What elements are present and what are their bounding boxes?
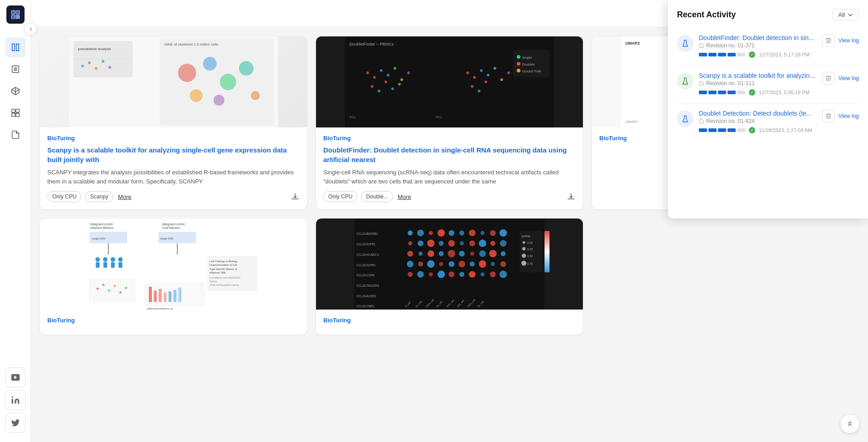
svg-text:single-GSE: single-GSE [160,237,174,240]
svg-point-115 [108,290,110,292]
svg-point-152 [469,230,476,237]
trash-icon-3 [825,113,832,119]
svg-rect-134 [178,288,181,302]
recent-item-2-delete[interactable] [822,72,835,85]
recent-item-1-title[interactable]: DoubletFinder: Doublet detection in sin.… [699,34,817,41]
svg-point-27 [190,89,203,102]
svg-point-56 [485,81,487,83]
recent-item-2-actions: View log [822,72,859,85]
card-1-tag-cpu[interactable]: Only CPU [47,191,81,202]
progress-bars-2 [699,91,745,94]
svg-point-170 [448,250,455,257]
card-5-image: CCL19-BDKRB1 CCL19-5STR1 CCL19-HCAR2-3 C… [316,218,583,310]
svg-point-48 [473,76,476,79]
card-1-tag-scanpy[interactable]: Scanpy [85,191,113,202]
svg-point-51 [494,67,497,70]
bar-3 [718,53,726,56]
recent-activity-filter[interactable]: All [833,9,859,20]
svg-text:UMAP2: UMAP2 [626,41,640,46]
card-1: pseudotime analysis tSNE of clustered 1.… [40,36,307,209]
app-logo[interactable] [6,5,25,24]
svg-point-159 [439,241,444,246]
progress-check-3: ✓ [749,127,755,133]
bar-1-3 [699,128,707,132]
sidebar-item-cube[interactable] [5,81,25,101]
svg-rect-22 [160,39,274,125]
recent-item-3-content: Doublet Detection: Detect doublets (te..… [699,110,817,134]
sidebar-item-book[interactable] [5,37,25,57]
card-1-more[interactable]: More [118,193,131,200]
sidebar-item-doc[interactable] [5,125,25,145]
card-2-tag-cpu[interactable]: Only CPU [323,191,357,202]
svg-point-155 [500,229,507,237]
file-icon [699,43,704,48]
progress-bars-1 [699,53,745,56]
svg-point-116 [114,285,116,287]
recent-item-1-revision: Revision no. 01-371 [699,42,817,49]
sidebar [0,0,31,442]
svg-text:0.25: 0.25 [527,248,533,251]
bar-1 [699,53,707,56]
recent-item-3-viewlog[interactable]: View log [838,113,859,119]
sidebar-item-list[interactable] [5,59,25,79]
svg-point-43 [378,90,381,92]
recent-item-3-date: 11/28/2023, 1:27:04 AM [759,127,812,133]
svg-point-195 [500,271,507,278]
svg-rect-109 [111,262,115,268]
sidebar-toggle[interactable] [24,23,37,36]
card-2-desc: Single-cell RNA sequencing (scRNA-seq) d… [323,168,576,186]
svg-text:Doublets: Doublets [522,63,535,66]
svg-point-19 [95,67,98,70]
svg-point-25 [203,57,217,71]
svg-rect-111 [119,262,122,268]
recent-item-3-actions: View log [822,110,859,122]
svg-text:Type Specific Marker of: Type Specific Marker of [210,268,237,270]
svg-point-183 [479,260,486,268]
card-2-download[interactable] [567,192,576,201]
recent-item-3-title[interactable]: Doublet Detection: Detect doublets (te..… [699,110,817,117]
svg-text:tSNE of clustered 1.3 million : tSNE of clustered 1.3 million cells [165,42,219,46]
svg-rect-112 [90,279,135,302]
svg-point-193 [481,272,485,276]
recent-item-2-title[interactable]: Scanpy is a scalable toolkit for analyzi… [699,72,817,79]
svg-point-171 [459,251,465,257]
svg-text:-Bulk RNAseq/Microarray: -Bulk RNAseq/Microarray [210,284,240,286]
svg-text:CCL19-CCR6: CCL19-CCR6 [356,274,375,277]
recent-item-1-delete[interactable] [822,34,835,47]
svg-point-118 [125,287,127,289]
recent-item-2-progress: ✓ 12/7/2023, 5:05:19 PM [699,89,817,96]
card-2-tag-double[interactable]: Double... [361,191,393,202]
sidebar-item-linkedin[interactable] [5,390,25,410]
svg-point-154 [490,230,496,236]
card-2-more[interactable]: More [397,193,411,200]
sidebar-item-youtube[interactable] [5,367,25,387]
file-icon-2 [699,81,704,86]
recent-item-3-delete[interactable] [822,110,835,122]
svg-point-198 [522,241,525,244]
recent-item-3-revision: Revision no. 01-824 [699,118,817,124]
svg-rect-3 [16,15,20,19]
flask-icon [681,39,689,47]
svg-text:Singlet: Singlet [522,56,532,60]
recent-item-2-viewlog[interactable]: View log [838,75,859,81]
sidebar-item-grid[interactable] [5,103,25,123]
recent-item-1-progress: ✓ 12/7/2023, 5:17:28 PM [699,51,817,58]
recent-item-2-revision: Revision no. 01-111 [699,80,817,86]
svg-rect-10 [11,113,15,117]
svg-point-104 [95,257,100,262]
svg-point-166 [407,251,413,257]
scroll-to-top-button[interactable] [841,415,859,433]
recent-item-1-date: 12/7/2023, 5:17:28 PM [759,52,809,57]
svg-point-37 [380,69,383,72]
svg-text:Malignant-centric: Malignant-centric [90,223,113,226]
svg-point-187 [417,271,424,278]
card-1-download[interactable] [291,192,300,201]
svg-text:CCL19-CNR1: CCL19-CNR1 [356,305,375,308]
svg-point-181 [459,261,466,268]
recent-item-1-viewlog[interactable]: View log [838,37,859,44]
svg-point-117 [119,291,121,294]
card-2: DoubletFinder ~ PBMCs PC1 PC1 [316,36,583,209]
recent-item-1-icon [677,35,693,51]
flask-icon-3 [681,115,689,123]
sidebar-item-twitter[interactable] [5,413,25,433]
